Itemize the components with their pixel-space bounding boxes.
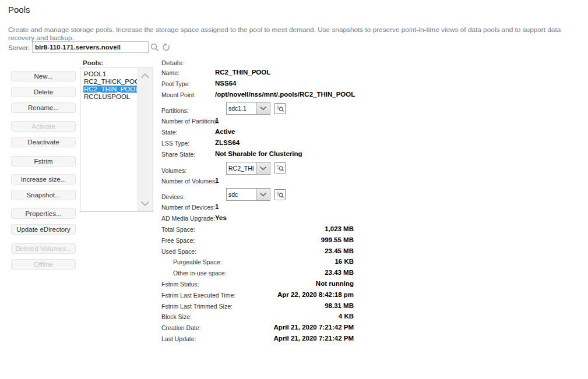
detail-row-number-of-partitions: Number of Partitions:1 <box>161 116 354 127</box>
devices-select-value[interactable]: sdc <box>226 188 256 201</box>
detail-label-mount-point: Mount Point: <box>161 90 215 98</box>
detail-value-fstrim-last-trimmed-size: 98.31 MB <box>215 302 354 309</box>
detail-row-name: Name:RC2_THIN_POOL <box>161 68 354 79</box>
detail-row-number-of-devices: Number of Devices:1 <box>161 203 354 214</box>
properties-button[interactable]: Properties... <box>11 208 76 219</box>
detail-value-fstrim-status: Not running <box>215 279 354 287</box>
refresh-icon[interactable] <box>161 43 171 55</box>
detail-value-number-of-partitions: 1 <box>215 116 219 124</box>
detail-value-free-space: 999.55 MB <box>215 236 354 243</box>
detail-row-used-space: Used Space:23.45 MB <box>161 247 354 258</box>
detail-label-state: State: <box>161 127 215 136</box>
detail-value-block-size: 4 KB <box>215 312 354 320</box>
pool-list-item[interactable]: RC2_THIN_POOL <box>83 86 137 93</box>
detail-label-share-state: Share State: <box>161 150 215 158</box>
detail-row-lss-type: LSS Type:ZLSS64 <box>161 139 354 150</box>
detail-label-block-size: Block Size: <box>161 312 215 320</box>
snapshot-button[interactable]: Snapshot... <box>11 190 76 200</box>
detail-label-lss-type: LSS Type: <box>161 139 215 147</box>
delete-button[interactable]: Delete <box>11 87 76 97</box>
detail-value-fstrim-last-executed-time: Apr 22, 2020 8:42:18 pm <box>215 291 354 298</box>
server-input[interactable] <box>32 41 149 53</box>
detail-label-number-of-volumes: Number of Volumes: <box>161 176 215 185</box>
deleted-volumes-button: Deleted Volumes... <box>11 243 76 254</box>
pool-list-item[interactable]: POOL1 <box>83 70 137 78</box>
detail-row-ad-media-upgrade: AD Media Upgrade:Yes <box>161 214 354 225</box>
detail-row-volumes: Volumes:RC2_THI <box>161 161 354 176</box>
detail-label-purgeable-space: Purgeable Space: <box>161 257 227 265</box>
details-panel: Name:RC2_THIN_POOLPool Type:NSS64Mount P… <box>161 68 354 345</box>
detail-value-share-state: Not Sharable for Clustering <box>215 150 302 157</box>
detail-row-last-update: Last Update:April 21, 2020 7:21:42 PM <box>161 334 354 345</box>
detail-value-purgeable-space: 16 KB <box>227 257 354 265</box>
page-title: Pools <box>8 5 30 15</box>
detail-value-total-space: 1,023 MB <box>215 225 354 232</box>
rename-button[interactable]: Rename... <box>11 102 76 113</box>
detail-label-used-space: Used Space: <box>161 247 215 255</box>
deactivate-button[interactable]: Deactivate <box>11 137 76 147</box>
action-buttons: New...DeleteRename...ActivateDeactivateF… <box>11 71 76 270</box>
pools-list: POOL1RC2_THICK_POOLRC2_THIN_POOLRCCLUSPO… <box>80 68 137 211</box>
detail-label-devices: Devices: <box>161 192 215 203</box>
activate-button: Activate <box>11 121 76 132</box>
search-icon[interactable] <box>150 43 159 54</box>
devices-combo: sdc <box>226 188 286 203</box>
partitions-select-value[interactable]: sdc1.1 <box>226 102 256 115</box>
new-button[interactable]: New... <box>11 71 76 82</box>
detail-value-number-of-devices: 1 <box>215 203 219 210</box>
fstrim-button[interactable]: Fstrim <box>11 156 76 167</box>
detail-value-pool-type: NSS64 <box>215 79 236 87</box>
devices-browse-button[interactable] <box>274 189 286 200</box>
partitions-browse-button[interactable] <box>274 103 286 114</box>
detail-row-pool-type: Pool Type:NSS64 <box>161 79 354 90</box>
pools-list-label: Pools: <box>83 59 103 66</box>
volumes-select-value[interactable]: RC2_THI <box>226 162 256 175</box>
pools-listbox: POOL1RC2_THICK_POOLRC2_THIN_POOLRCCLUSPO… <box>80 68 153 212</box>
detail-label-name: Name: <box>161 68 215 76</box>
detail-row-total-space: Total Space:1,023 MB <box>161 225 354 236</box>
magnifier-document-icon <box>276 164 284 172</box>
partitions-select-button[interactable] <box>256 102 270 115</box>
update-edirectory-button[interactable]: Update eDirectory <box>11 224 76 235</box>
devices-select-button[interactable] <box>256 188 270 201</box>
chevron-down-icon <box>259 192 267 197</box>
detail-label-partitions: Partitions: <box>161 106 215 116</box>
partitions-combo: sdc1.1 <box>226 102 286 116</box>
detail-value-creation-date: April 21, 2020 7:21:42 PM <box>215 323 354 331</box>
detail-value-state: Active <box>215 127 235 135</box>
detail-label-number-of-partitions: Number of Partitions: <box>161 116 215 125</box>
detail-row-block-size: Block Size:4 KB <box>161 312 354 323</box>
detail-label-creation-date: Creation Date: <box>161 323 215 331</box>
detail-value-ad-media-upgrade: Yes <box>215 214 227 221</box>
increase-size-button[interactable]: Increase size... <box>11 174 76 185</box>
pools-page: Pools Create and manage storage pools. I… <box>0 0 588 379</box>
volumes-select-button[interactable] <box>256 162 270 175</box>
detail-label-number-of-devices: Number of Devices: <box>161 203 215 211</box>
detail-value-last-update: April 21, 2020 7:21:42 PM <box>215 334 354 342</box>
detail-row-partitions: Partitions:sdc1.1 <box>161 101 354 116</box>
pool-list-item[interactable]: RC2_THICK_POOL <box>83 78 137 86</box>
volumes-browse-button[interactable] <box>274 162 286 173</box>
chevron-down-icon[interactable] <box>140 201 150 206</box>
magnifier-document-icon <box>276 105 284 112</box>
detail-value-used-space: 23.45 MB <box>215 247 354 254</box>
detail-label-free-space: Free Space: <box>161 236 215 244</box>
detail-row-fstrim-last-trimmed-size: Fstrim Last Trimmed Size:98.31 MB <box>161 302 354 313</box>
detail-value-mount-point: /opt/novell/nss/mnt/.pools/RC2_THIN_POOL <box>215 90 355 98</box>
pool-list-item[interactable]: RCCLUSPOOL <box>83 93 137 101</box>
chevron-down-icon <box>259 106 267 111</box>
chevron-up-icon[interactable] <box>140 73 150 79</box>
page-description: Create and manage storage pools. Increas… <box>8 26 578 42</box>
detail-label-other-in-use-space: Other in-use space: <box>161 268 227 277</box>
magnifier-document-icon <box>276 191 284 199</box>
detail-label-pool-type: Pool Type: <box>161 79 215 87</box>
detail-row-share-state: Share State:Not Sharable for Clustering <box>161 150 354 161</box>
detail-label-fstrim-last-trimmed-size: Fstrim Last Trimmed Size: <box>161 302 215 310</box>
detail-row-other-in-use-space: Other in-use space:23.43 MB <box>161 268 354 279</box>
detail-label-fstrim-last-executed-time: Fstrim Last Executed Time: <box>161 291 215 299</box>
detail-label-fstrim-status: Fstrim Status: <box>161 279 215 288</box>
offline-button: Offline <box>11 259 76 270</box>
pools-list-scrollbar[interactable] <box>137 68 153 211</box>
detail-row-fstrim-status: Fstrim Status:Not running <box>161 279 354 291</box>
detail-value-lss-type: ZLSS64 <box>215 139 240 146</box>
